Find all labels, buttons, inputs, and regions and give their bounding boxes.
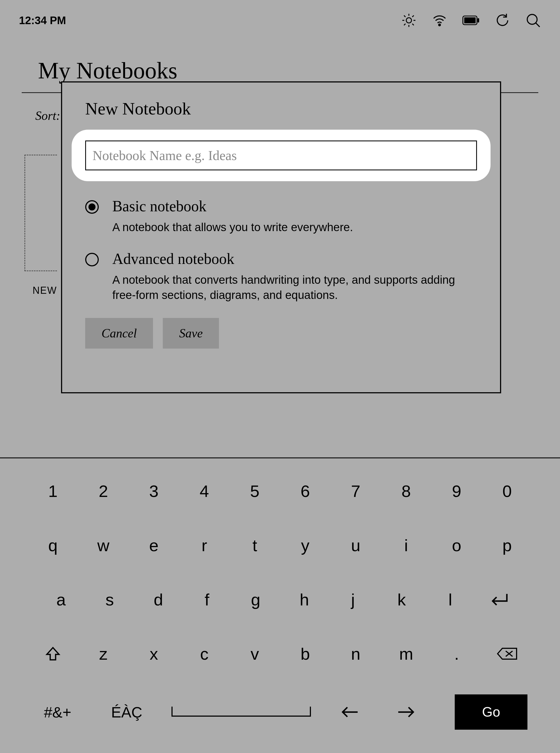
keyboard-row-4: z x c v b n m . <box>33 640 527 667</box>
key-v[interactable]: v <box>235 640 275 667</box>
key-symbols[interactable]: #&+ <box>33 698 83 726</box>
key-q[interactable]: q <box>33 532 73 559</box>
key-4[interactable]: 4 <box>184 477 225 505</box>
svg-point-0 <box>406 18 411 23</box>
key-backspace[interactable] <box>487 640 527 667</box>
cancel-button[interactable]: Cancel <box>85 318 153 349</box>
key-l[interactable]: l <box>430 586 471 613</box>
keyboard-row-1: 1 2 3 4 5 6 7 8 9 0 <box>33 477 527 505</box>
option-basic-title: Basic notebook <box>112 198 353 215</box>
key-8[interactable]: 8 <box>386 477 426 505</box>
key-7[interactable]: 7 <box>335 477 376 505</box>
key-s[interactable]: s <box>89 586 130 613</box>
wifi-icon[interactable] <box>432 13 447 28</box>
search-icon[interactable] <box>525 13 541 28</box>
key-2[interactable]: 2 <box>83 477 124 505</box>
notebook-name-input[interactable] <box>85 141 477 170</box>
key-c[interactable]: c <box>184 640 225 667</box>
brightness-icon[interactable] <box>401 13 417 28</box>
keyboard-row-3: a s d f g h j k l <box>33 586 527 613</box>
option-basic[interactable]: Basic notebook A notebook that allows yo… <box>85 198 477 235</box>
sync-icon[interactable] <box>495 13 511 28</box>
key-f[interactable]: f <box>187 586 227 613</box>
radio-basic[interactable] <box>85 200 99 214</box>
notebook-name-input-wrap <box>72 130 491 181</box>
svg-rect-11 <box>478 18 479 22</box>
keyboard-row-2: q w e r t y u i o p <box>33 532 527 559</box>
key-g[interactable]: g <box>235 586 276 613</box>
key-a[interactable]: a <box>41 586 81 613</box>
option-advanced-desc: A notebook that converts handwriting int… <box>112 272 465 303</box>
key-arrow-left[interactable] <box>331 698 368 726</box>
key-z[interactable]: z <box>83 640 124 667</box>
svg-line-7 <box>404 24 406 25</box>
new-notebook-label: NEW <box>33 285 57 296</box>
key-1[interactable]: 1 <box>33 477 73 505</box>
key-5[interactable]: 5 <box>235 477 275 505</box>
svg-point-13 <box>527 14 537 24</box>
key-n[interactable]: n <box>335 640 376 667</box>
option-basic-desc: A notebook that allows you to write ever… <box>112 220 353 235</box>
key-y[interactable]: y <box>285 532 325 559</box>
keyboard-divider <box>0 457 560 459</box>
key-i[interactable]: i <box>386 532 426 559</box>
key-j[interactable]: j <box>333 586 373 613</box>
key-accents[interactable]: ÉÀÇ <box>102 698 152 726</box>
svg-line-8 <box>413 16 414 17</box>
key-m[interactable]: m <box>386 640 426 667</box>
dialog-title: New Notebook <box>85 99 477 119</box>
svg-line-14 <box>536 23 540 27</box>
key-b[interactable]: b <box>285 640 325 667</box>
page-title: My Notebooks <box>38 57 177 84</box>
battery-icon[interactable] <box>462 15 480 26</box>
key-e[interactable]: e <box>134 532 174 559</box>
key-shift[interactable] <box>33 640 73 667</box>
key-6[interactable]: 6 <box>285 477 325 505</box>
new-notebook-card[interactable] <box>24 155 57 271</box>
save-button[interactable]: Save <box>163 318 219 349</box>
key-3[interactable]: 3 <box>134 477 174 505</box>
key-period[interactable]: . <box>436 640 477 667</box>
key-t[interactable]: t <box>235 532 275 559</box>
key-space[interactable] <box>171 705 312 719</box>
svg-point-9 <box>439 24 440 26</box>
key-enter[interactable] <box>479 586 519 613</box>
radio-advanced[interactable] <box>85 253 99 266</box>
key-go[interactable]: Go <box>455 694 527 730</box>
key-o[interactable]: o <box>436 532 477 559</box>
key-0[interactable]: 0 <box>487 477 527 505</box>
new-notebook-dialog: New Notebook Basic notebook A notebook t… <box>61 81 501 393</box>
key-d[interactable]: d <box>138 586 179 613</box>
keyboard-row-5: #&+ ÉÀÇ Go <box>33 694 527 730</box>
svg-line-5 <box>404 16 406 17</box>
option-advanced-title: Advanced notebook <box>112 250 465 267</box>
sort-label[interactable]: Sort: <box>35 108 60 123</box>
key-9[interactable]: 9 <box>436 477 477 505</box>
status-bar: 12:34 PM <box>0 0 560 41</box>
key-r[interactable]: r <box>184 532 225 559</box>
svg-rect-12 <box>464 17 476 23</box>
key-h[interactable]: h <box>284 586 325 613</box>
option-advanced[interactable]: Advanced notebook A notebook that conver… <box>85 250 477 303</box>
key-arrow-right[interactable] <box>387 698 425 726</box>
svg-line-6 <box>413 24 414 25</box>
key-w[interactable]: w <box>83 532 124 559</box>
key-x[interactable]: x <box>134 640 174 667</box>
key-u[interactable]: u <box>335 532 376 559</box>
key-k[interactable]: k <box>381 586 422 613</box>
status-time: 12:34 PM <box>19 14 66 26</box>
key-p[interactable]: p <box>487 532 527 559</box>
on-screen-keyboard: 1 2 3 4 5 6 7 8 9 0 q w e r t y u i o p … <box>0 477 560 753</box>
status-icons <box>401 13 541 28</box>
